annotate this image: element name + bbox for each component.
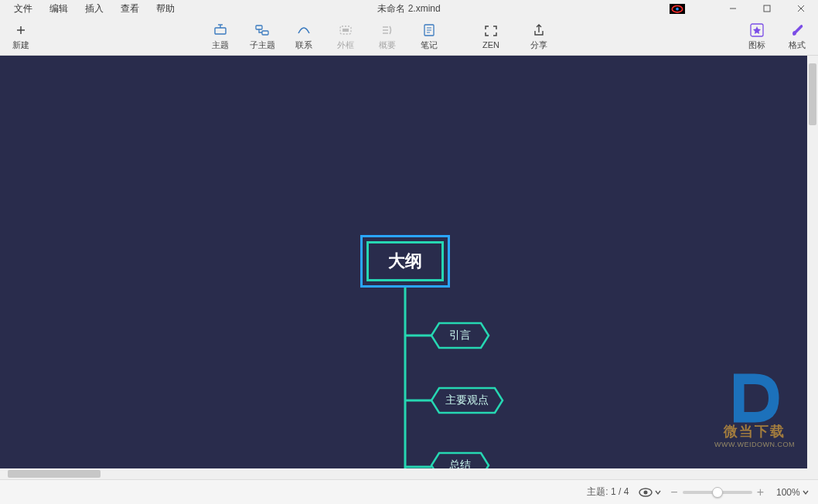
toolbar-boundary-button[interactable]: 外框 — [331, 22, 360, 51]
mindmap-child-node[interactable]: 主要观点 — [430, 387, 504, 414]
toolbar: 新建 主题 子主题 联系 外框 概要 笔记 ZEN — [0, 17, 818, 56]
toolbar-share-button[interactable]: 分享 — [524, 22, 554, 51]
connector-lines — [400, 288, 478, 468]
zoom-in-button[interactable]: + — [757, 485, 764, 499]
horizontal-scrollbar[interactable] — [0, 468, 807, 479]
mindmap-root-node[interactable]: 大纲 — [360, 235, 450, 288]
summary-icon — [380, 22, 394, 39]
zen-icon — [484, 22, 498, 39]
menu-edit[interactable]: 编辑 — [42, 1, 76, 17]
status-topic: 主题: 1 / 4 — [587, 485, 629, 499]
vertical-scroll-thumb[interactable] — [809, 63, 816, 125]
zoom-percent[interactable]: 100% — [773, 487, 809, 498]
eye-badge-icon — [670, 3, 685, 14]
watermark: 微当下载 WWW.WEIDOWN.COM — [714, 363, 795, 448]
window-maximize-button[interactable] — [750, 0, 784, 17]
chevron-down-icon — [803, 489, 809, 495]
toolbar-note-button[interactable]: 笔记 — [414, 22, 444, 51]
topic-icon — [213, 22, 227, 39]
chevron-down-icon — [655, 489, 661, 495]
svg-rect-4 — [764, 5, 770, 12]
toolbar-note-label: 笔记 — [421, 39, 438, 51]
svg-point-29 — [644, 490, 648, 494]
toolbar-summary-label: 概要 — [379, 39, 396, 51]
menu-insert[interactable]: 插入 — [77, 1, 111, 17]
toolbar-topic-label: 主题 — [212, 39, 229, 51]
mindmap-child-label: 总结 — [449, 458, 471, 468]
zoom-out-button[interactable]: − — [670, 485, 677, 499]
titlebar: 文件 编辑 插入 查看 帮助 未命名 2.xmind — [0, 0, 818, 17]
canvas-area: 大纲 引言 主要观点 总结 — [0, 56, 818, 479]
eye-icon — [638, 487, 653, 498]
toolbar-format-label: 格式 — [789, 39, 806, 51]
watermark-logo-icon — [720, 363, 789, 425]
boundary-icon — [339, 22, 353, 39]
plus-icon — [15, 22, 27, 39]
brush-icon — [790, 22, 804, 39]
toolbar-new-label: 新建 — [12, 39, 29, 51]
toolbar-zen-label: ZEN — [482, 40, 499, 49]
svg-rect-13 — [262, 31, 268, 35]
zoom-controls: − + — [670, 485, 764, 499]
zoom-slider-thumb[interactable] — [712, 487, 723, 498]
toolbar-topic-button[interactable]: 主题 — [206, 22, 235, 51]
toolbar-summary-button[interactable]: 概要 — [373, 22, 402, 51]
menu-help[interactable]: 帮助 — [148, 1, 182, 17]
zoom-slider[interactable] — [683, 491, 752, 494]
window-close-button[interactable] — [784, 0, 818, 17]
window-title: 未命名 2.xmind — [377, 2, 440, 15]
svg-point-2 — [676, 8, 679, 11]
status-topic-label: 主题: — [587, 486, 608, 497]
watermark-text: 微当下载 — [714, 422, 795, 441]
mindmap-child-label: 主要观点 — [445, 393, 489, 407]
toolbar-relation-label: 联系 — [295, 39, 312, 51]
horizontal-scroll-thumb[interactable] — [8, 470, 101, 478]
star-icon — [750, 22, 764, 39]
mindmap-child-node[interactable]: 引言 — [430, 322, 490, 349]
toolbar-icon-button[interactable]: 图标 — [742, 22, 772, 51]
toolbar-relation-button[interactable]: 联系 — [289, 22, 319, 51]
relation-icon — [297, 22, 311, 39]
mindmap-canvas[interactable]: 大纲 引言 主要观点 总结 — [0, 56, 807, 468]
statusbar: 主题: 1 / 4 − + 100% — [0, 479, 818, 504]
svg-rect-12 — [256, 26, 262, 29]
toolbar-boundary-label: 外框 — [337, 39, 354, 51]
toolbar-zen-button[interactable]: ZEN — [476, 22, 506, 49]
menu-bar: 文件 编辑 插入 查看 帮助 — [0, 1, 182, 17]
window-minimize-button[interactable] — [716, 0, 750, 17]
toolbar-new-button[interactable]: 新建 — [6, 22, 36, 51]
watermark-url: WWW.WEIDOWN.COM — [714, 441, 795, 448]
zoom-percent-value: 100% — [776, 487, 800, 498]
toolbar-icon-label: 图标 — [748, 39, 765, 51]
share-icon — [533, 22, 545, 39]
vertical-scrollbar[interactable] — [807, 56, 818, 479]
mindmap-root-label: 大纲 — [366, 241, 444, 281]
toolbar-share-label: 分享 — [530, 39, 547, 51]
note-icon — [423, 22, 435, 39]
subtopic-icon — [255, 22, 269, 39]
svg-rect-15 — [343, 29, 349, 32]
toolbar-subtopic-label: 子主题 — [250, 39, 275, 51]
status-topic-count: 1 / 4 — [611, 486, 629, 497]
svg-rect-9 — [215, 28, 226, 34]
menu-file[interactable]: 文件 — [6, 1, 40, 17]
toolbar-format-button[interactable]: 格式 — [782, 22, 812, 51]
menu-view[interactable]: 查看 — [113, 1, 147, 17]
status-visibility-button[interactable] — [638, 487, 661, 498]
mindmap-child-node[interactable]: 总结 — [430, 451, 490, 468]
toolbar-subtopic-button[interactable]: 子主题 — [247, 22, 277, 51]
mindmap-child-label: 引言 — [449, 329, 471, 342]
